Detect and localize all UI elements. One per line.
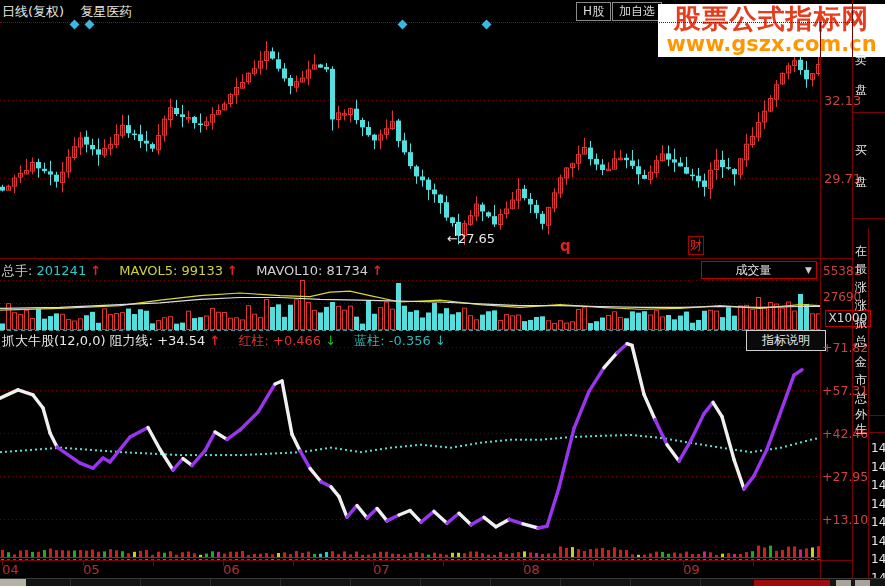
quote-number: 14 bbox=[871, 497, 885, 511]
x-axis-tick bbox=[683, 561, 684, 566]
scrollbar-separator bbox=[70, 579, 71, 586]
candlestick-chart-canvas[interactable] bbox=[0, 22, 820, 258]
scrollbar-separator bbox=[350, 579, 351, 586]
indicator-title: 抓大牛股(12,0,0) 阻力线: bbox=[2, 333, 153, 348]
indicator-axis-label: +13.10 bbox=[822, 512, 868, 527]
quote-number: 14 bbox=[871, 478, 885, 492]
red-bar-label: 红柱: bbox=[238, 333, 268, 348]
price-axis-divider bbox=[820, 22, 821, 578]
dropdown-selected-value: 成交量 bbox=[702, 262, 805, 279]
scrollbar-thumb[interactable] bbox=[0, 579, 26, 586]
quote-number: 14 bbox=[871, 515, 885, 529]
up-arrow-icon: ↑ bbox=[372, 263, 383, 278]
quote-info-char: 涨 bbox=[854, 297, 868, 314]
mavol5-value: 99133 bbox=[182, 263, 223, 278]
stock-app-window: 日线(复权) 复星医药 H股 加自选 股票公式指标网 www.gszx.com.… bbox=[0, 0, 885, 586]
x-axis-tick bbox=[753, 561, 754, 566]
buy-panel-char: 盘 bbox=[854, 174, 868, 191]
scrollbar-separator bbox=[560, 579, 561, 586]
x-axis-year-label: 09 bbox=[683, 562, 700, 577]
indicator-dropdown[interactable]: 成交量 ▼ bbox=[701, 261, 817, 279]
indicator-help-button[interactable]: 指标说明 bbox=[746, 330, 826, 351]
x-axis-year-label: 08 bbox=[523, 562, 540, 577]
x-axis-tick bbox=[373, 561, 374, 566]
quote-info-char: 市 bbox=[854, 372, 868, 389]
quote-info-char: 振 bbox=[854, 315, 868, 332]
quote-number: 14 bbox=[871, 552, 885, 566]
mavol10-label: MAVOL10: bbox=[256, 263, 322, 278]
quote-info-char: 金 bbox=[854, 354, 868, 371]
up-arrow-icon: ↑ bbox=[90, 263, 101, 278]
red-bar-value: +0.466 bbox=[273, 333, 321, 348]
indicator-axis-label: +27.95 bbox=[822, 469, 868, 484]
scrollbar-separator bbox=[700, 579, 701, 586]
x-axis-tick bbox=[153, 561, 154, 566]
down-arrow-icon: ↓ bbox=[435, 333, 446, 348]
watermark-url: www.gszx.com.cn bbox=[658, 34, 885, 55]
tab-add-favorite[interactable]: 加自选 bbox=[612, 2, 662, 21]
right-panel-line-2 bbox=[852, 218, 885, 219]
quote-info-char: 最 bbox=[854, 261, 868, 278]
quote-info-char: 总 bbox=[854, 333, 868, 350]
volume-panel-header: 总手: 201241 ↑ MAVOL5: 99133 ↑ MAVOL10: 81… bbox=[2, 262, 383, 280]
scrollbar-separator bbox=[420, 579, 421, 586]
buy-panel-char: 买 bbox=[854, 142, 868, 159]
scrollbar-button[interactable] bbox=[836, 580, 851, 586]
sell-panel-char: 盘 bbox=[854, 82, 868, 99]
down-arrow-icon: ↓ bbox=[325, 333, 336, 348]
x-axis-tick bbox=[293, 561, 294, 566]
up-arrow-icon: ↑ bbox=[209, 333, 220, 348]
scrollbar-separator bbox=[140, 579, 141, 586]
blue-bar-label: 蓝柱: bbox=[354, 333, 384, 348]
indicator-chart-canvas[interactable] bbox=[0, 330, 820, 560]
x-axis-year-label: 05 bbox=[83, 562, 100, 577]
scrollbar-separator bbox=[490, 579, 491, 586]
stock-name: 复星医药 bbox=[80, 4, 132, 19]
quote-number: 14 bbox=[871, 534, 885, 548]
zuli-value: +34.54 bbox=[157, 333, 205, 348]
chart-volume-divider bbox=[0, 258, 852, 259]
scrollbar-separator bbox=[280, 579, 281, 586]
sell-panel-char: 卖 bbox=[854, 52, 868, 69]
quote-number: 14 bbox=[871, 460, 885, 474]
x-axis-tick bbox=[223, 561, 224, 566]
low-price-annotation: ←27.65 bbox=[447, 231, 495, 246]
blue-bar-value: -0.356 bbox=[389, 333, 431, 348]
mavol10-value: 81734 bbox=[327, 263, 368, 278]
x-axis-tick bbox=[2, 561, 3, 566]
chevron-down-icon: ▼ bbox=[805, 265, 812, 275]
x-axis-tick bbox=[593, 561, 594, 566]
quote-info-char: 涨 bbox=[854, 279, 868, 296]
period-label: 日线(复权) bbox=[2, 4, 64, 19]
news-marker-q[interactable]: q bbox=[560, 237, 571, 255]
zongshou-value: 201241 bbox=[37, 263, 87, 278]
x-axis-year-label: 04 bbox=[2, 562, 19, 577]
scrollbar-separator bbox=[210, 579, 211, 586]
up-arrow-icon: ↑ bbox=[227, 263, 238, 278]
x-axis-tick bbox=[443, 561, 444, 566]
x-axis-tick bbox=[83, 561, 84, 566]
scrollbar-selection[interactable] bbox=[754, 580, 830, 586]
mavol5-label: MAVOL5: bbox=[119, 263, 177, 278]
horizontal-scrollbar[interactable] bbox=[0, 578, 885, 586]
x-axis-tick bbox=[523, 561, 524, 566]
x-axis-year-label: 06 bbox=[223, 562, 240, 577]
quote-number: 14 bbox=[871, 441, 885, 455]
watermark: 股票公式指标网 www.gszx.com.cn bbox=[658, 4, 885, 57]
xaxis-line bbox=[0, 560, 852, 561]
quote-info-char: 在 bbox=[854, 243, 868, 260]
scrollbar-button[interactable] bbox=[855, 580, 870, 586]
x-axis-year-label: 07 bbox=[373, 562, 390, 577]
top-dotted-line bbox=[0, 22, 852, 23]
tab-h-share[interactable]: H股 bbox=[576, 2, 611, 21]
quote-info-char: 总 bbox=[854, 390, 868, 407]
indicator-panel-header: 抓大牛股(12,0,0) 阻力线: +34.54 ↑ 红柱: +0.466 ↓ … bbox=[2, 332, 446, 350]
watermark-site-name: 股票公式指标网 bbox=[658, 4, 885, 34]
news-marker-cai[interactable]: 财 bbox=[688, 236, 704, 255]
right-panel-divider bbox=[852, 0, 853, 578]
quote-info-char: 生 bbox=[854, 421, 868, 438]
right-panel-line-1 bbox=[852, 112, 885, 113]
chart-header: 日线(复权) 复星医药 bbox=[2, 3, 132, 21]
zongshou-label: 总手: bbox=[2, 263, 32, 278]
scrollbar-separator bbox=[630, 579, 631, 586]
